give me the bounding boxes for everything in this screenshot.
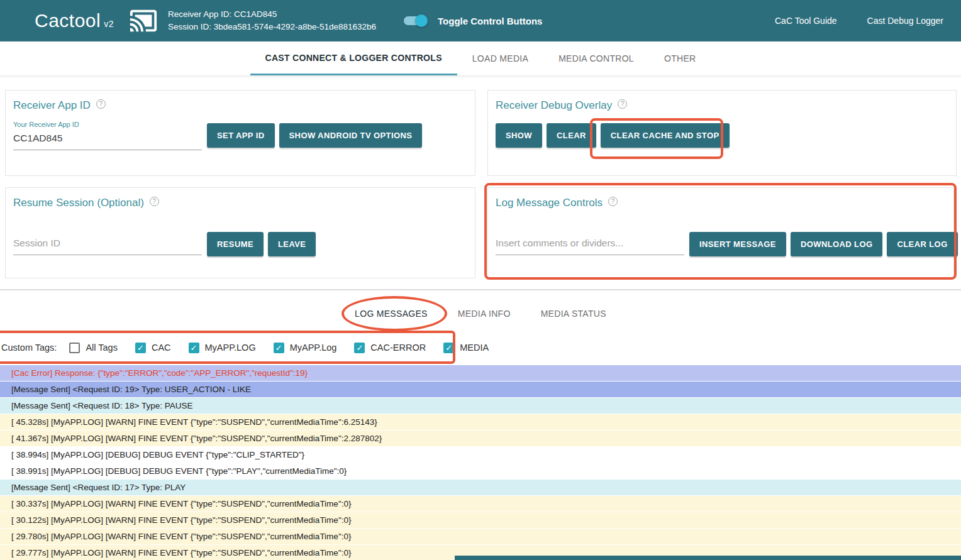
checkbox-myapp-log[interactable]: ✓ <box>189 343 199 353</box>
insert-comment-field <box>496 234 684 255</box>
section-divider <box>0 289 961 290</box>
custom-tags-list: All Tags✓CAC✓MyAPP.LOG✓MyAPP.Log✓CAC-ERR… <box>69 343 489 353</box>
custom-tag-media[interactable]: ✓MEDIA <box>443 343 489 353</box>
receiver-app-id-field: Your Receiver App ID <box>13 121 202 150</box>
custom-tag-label: All Tags <box>86 343 118 353</box>
main-tab-bar: CAST CONNECT & LOGGER CONTROLSLOAD MEDIA… <box>0 41 961 76</box>
log-row-sent-action: [Message Sent] <Request ID: 19> Type: US… <box>0 382 961 398</box>
tab-log-messages[interactable]: LOG MESSAGES <box>340 300 443 327</box>
leave-button[interactable]: LEAVE <box>268 232 316 256</box>
clear-log-button[interactable]: CLEAR LOG <box>887 232 957 256</box>
log-row-warn: [ 30.337s] [MyAPP.LOG] [WARN] FINE EVENT… <box>0 496 961 512</box>
receiver-app-id-line: Receiver App ID: CC1AD845 <box>168 8 376 21</box>
help-icon[interactable]: ? <box>96 99 106 109</box>
log-row-sent: [Message Sent] <Request ID: 17> Type: PL… <box>0 480 961 496</box>
card-title: Log Message Controls <box>496 197 603 209</box>
checkbox-cac[interactable]: ✓ <box>135 343 146 353</box>
log-row-error: [Cac Error] Response: {"type":"ERROR","c… <box>0 365 961 382</box>
cast-debug-logger-link[interactable]: Cast Debug Logger <box>867 16 943 26</box>
card-body: SHOWCLEARCLEAR CACHE AND STOP <box>496 123 948 148</box>
custom-tag-cac-error[interactable]: ✓CAC-ERROR <box>354 343 426 353</box>
clear-cache-and-stop-button[interactable]: CLEAR CACHE AND STOP <box>601 123 730 148</box>
session-id-input[interactable] <box>13 234 202 255</box>
download-log-button[interactable]: DOWNLOAD LOG <box>791 232 883 256</box>
log-row-warn: [ 29.780s] [MyAPP.LOG] [WARN] FINE EVENT… <box>0 529 961 545</box>
tab-media-info[interactable]: MEDIA INFO <box>443 300 526 327</box>
cac-tool-guide-link[interactable]: CaC Tool Guide <box>775 16 837 26</box>
set-app-id-button[interactable]: SET APP ID <box>207 123 275 148</box>
help-icon[interactable]: ? <box>618 99 627 109</box>
log-row-warn: [ 45.328s] [MyAPP.LOG] [WARN] FINE EVENT… <box>0 414 961 431</box>
app-logo: Cactoolv2 <box>35 10 114 31</box>
resume-button[interactable]: RESUME <box>207 232 264 256</box>
receiver-app-id-card: Receiver App ID ? Your Receiver App ID S… <box>5 90 475 176</box>
log-message-controls-buttons: INSERT MESSAGEDOWNLOAD LOGCLEAR LOG <box>689 232 961 256</box>
session-id-field <box>13 234 202 255</box>
custom-tag-myapp-log[interactable]: ✓MyAPP.Log <box>274 343 337 353</box>
receiver-debug-overlay-buttons: SHOWCLEARCLEAR CACHE AND STOP <box>496 123 734 148</box>
card-title-row: Receiver App ID ? <box>13 99 467 112</box>
show-android-tv-options-button[interactable]: SHOW ANDROID TV OPTIONS <box>279 123 423 148</box>
card-title: Receiver App ID <box>13 99 91 112</box>
log-row-warn: [ 30.122s] [MyAPP.LOG] [WARN] FINE EVENT… <box>0 512 961 529</box>
help-icon[interactable]: ? <box>150 197 159 206</box>
checkbox-cac-error[interactable]: ✓ <box>354 343 365 353</box>
header-links: CaC Tool Guide Cast Debug Logger <box>775 16 943 26</box>
tab-cast-connect-logger-controls[interactable]: CAST CONNECT & LOGGER CONTROLS <box>250 41 457 75</box>
session-info: Receiver App ID: CC1AD845 Session ID: 3b… <box>168 8 376 33</box>
receiver-app-id-input[interactable] <box>13 129 202 150</box>
app-version: v2 <box>104 19 114 29</box>
log-row-debug: [ 38.991s] [MyAPP.LOG] [DEBUG] DEBUG EVE… <box>0 463 961 480</box>
help-icon[interactable]: ? <box>608 197 618 206</box>
custom-tag-label: CAC <box>152 343 171 353</box>
session-id-line: Session ID: 3bdea581-574e-4292-a8be-51de… <box>168 21 376 33</box>
cactool-app: Cactoolv2 Receiver App ID: CC1AD845 Sess… <box>0 0 961 560</box>
app-name: Cactool <box>35 10 101 31</box>
show-button[interactable]: SHOW <box>496 123 542 148</box>
bottom-partial-bar <box>455 556 961 560</box>
custom-tag-all-tags[interactable]: All Tags <box>69 343 118 353</box>
resume-session-buttons: RESUMELEAVE <box>207 232 320 256</box>
switch-thumb <box>415 14 428 27</box>
custom-tag-label: MyAPP.Log <box>290 343 337 353</box>
log-row-sent: [Message Sent] <Request ID: 18> Type: PA… <box>0 398 961 414</box>
insert-message-button[interactable]: INSERT MESSAGE <box>689 232 786 256</box>
card-body: INSERT MESSAGEDOWNLOAD LOGCLEAR LOG <box>496 232 946 256</box>
toggle-control-buttons-label: Toggle Control Buttons <box>438 16 542 26</box>
cast-icon <box>129 6 158 35</box>
card-body: RESUMELEAVE <box>13 232 467 256</box>
custom-tag-cac[interactable]: ✓CAC <box>135 343 171 353</box>
resume-session-card: Resume Session (Optional) ? RESUMELEAVE <box>5 187 475 278</box>
tab-media-control[interactable]: MEDIA CONTROL <box>543 41 649 75</box>
tab-load-media[interactable]: LOAD MEDIA <box>457 41 543 75</box>
field-label: Your Receiver App ID <box>13 121 202 128</box>
custom-tag-myapp-log[interactable]: ✓MyAPP.LOG <box>189 343 256 353</box>
custom-tag-label: CAC-ERROR <box>370 343 426 353</box>
card-body: Your Receiver App ID SET APP IDSHOW ANDR… <box>13 121 467 150</box>
app-header: Cactoolv2 Receiver App ID: CC1AD845 Sess… <box>0 0 961 41</box>
custom-tags-bar: Custom Tags: All Tags✓CAC✓MyAPP.LOG✓MyAP… <box>0 332 961 363</box>
log-message-controls-card: Log Message Controls ? INSERT MESSAGEDOW… <box>487 187 954 278</box>
custom-tag-label: MEDIA <box>460 343 489 353</box>
tab-media-status[interactable]: MEDIA STATUS <box>526 300 621 327</box>
card-title: Resume Session (Optional) <box>13 197 144 209</box>
card-title-row: Resume Session (Optional) ? <box>13 197 467 209</box>
log-message-list: [Cac Error] Response: {"type":"ERROR","c… <box>0 365 961 560</box>
card-title-row: Log Message Controls ? <box>496 197 946 209</box>
insert-comment-input[interactable] <box>496 234 684 255</box>
custom-tag-label: MyAPP.LOG <box>205 343 256 353</box>
log-row-warn: [ 41.367s] [MyAPP.LOG] [WARN] FINE EVENT… <box>0 431 961 447</box>
checkbox-all-tags[interactable] <box>69 343 80 353</box>
card-title: Receiver Debug Overlay <box>496 99 612 112</box>
receiver-app-id-buttons: SET APP IDSHOW ANDROID TV OPTIONS <box>207 123 426 148</box>
custom-tags-caption: Custom Tags: <box>1 343 57 353</box>
checkbox-myapp-log[interactable]: ✓ <box>274 343 284 353</box>
toggle-control-buttons-switch[interactable] <box>403 14 428 27</box>
card-title-row: Receiver Debug Overlay ? <box>496 99 948 112</box>
log-tab-bar: LOG MESSAGESMEDIA INFOMEDIA STATUS <box>0 300 961 327</box>
receiver-debug-overlay-card: Receiver Debug Overlay ? SHOWCLEARCLEAR … <box>487 90 957 176</box>
tab-other[interactable]: OTHER <box>649 41 711 75</box>
clear-button[interactable]: CLEAR <box>547 123 596 148</box>
log-row-debug: [ 38.994s] [MyAPP.LOG] [DEBUG] DEBUG EVE… <box>0 447 961 463</box>
checkbox-media[interactable]: ✓ <box>443 343 454 353</box>
